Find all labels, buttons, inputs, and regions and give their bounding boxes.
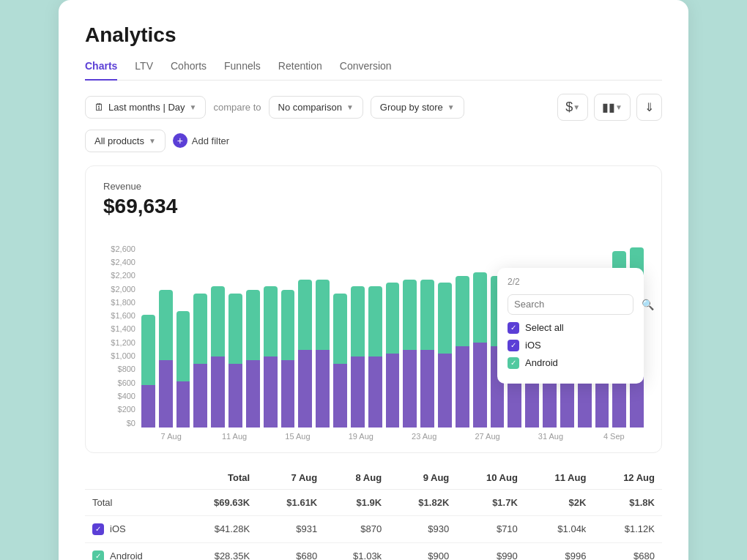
x-axis: 7 Aug11 Aug15 Aug19 Aug23 Aug27 Aug31 Au… — [103, 432, 644, 441]
table-cell: $680 — [593, 542, 662, 560]
dropdown-item-ios[interactable]: iOS — [508, 340, 633, 351]
y-axis-label: $0 — [103, 419, 141, 428]
dropdown-count: 2/2 — [508, 277, 633, 287]
y-axis-label: $200 — [103, 405, 141, 414]
group-by-button[interactable]: Group by store ▼ — [371, 96, 464, 119]
tab-conversion[interactable]: Conversion — [340, 60, 392, 81]
table-cell: $996 — [525, 542, 594, 560]
currency-icon-button[interactable]: $ ▼ — [557, 94, 588, 121]
comparison-value: No comparison — [278, 102, 342, 113]
products-dropdown[interactable]: All products ▼ — [85, 130, 166, 152]
bar-stack — [438, 283, 452, 427]
y-axis-label: $2,400 — [103, 258, 141, 266]
plus-icon: + — [173, 133, 187, 148]
table-column-header: 8 Aug — [324, 466, 389, 490]
bar-stack — [159, 290, 173, 428]
bar-ios — [438, 354, 452, 428]
table-cell: $870 — [324, 515, 389, 542]
bar-android — [228, 294, 242, 364]
table-cell: $990 — [456, 542, 525, 560]
products-label: All products — [94, 135, 144, 146]
add-filter-button[interactable]: + Add filter — [173, 133, 229, 148]
comparison-dropdown[interactable]: No comparison ▼ — [269, 96, 363, 119]
ios-label: iOS — [525, 340, 541, 351]
checkbox-ios[interactable] — [508, 340, 519, 351]
dropdown-item-android[interactable]: Android — [508, 357, 633, 369]
x-axis-label: 11 Aug — [204, 432, 264, 441]
bar-stack — [264, 286, 278, 427]
bar-android — [159, 290, 173, 360]
bar-group — [281, 244, 295, 428]
x-axis-label: 27 Aug — [458, 432, 517, 441]
metric-label: Revenue — [103, 181, 644, 192]
row-checkbox[interactable]: ✓ — [92, 523, 104, 535]
table-header-row: Total7 Aug8 Aug9 Aug10 Aug11 Aug12 Aug — [85, 466, 662, 490]
bar-android — [420, 280, 434, 350]
download-button[interactable]: ⇓ — [636, 94, 662, 121]
x-axis-label: 7 Aug — [141, 432, 201, 441]
select-all-label: Select all — [525, 322, 564, 333]
checkbox-android[interactable] — [508, 357, 519, 369]
compare-to-label: compare to — [213, 102, 261, 113]
bar-group — [159, 244, 173, 428]
bar-stack — [316, 280, 330, 428]
date-picker-button[interactable]: 🗓 Last months | Day ▼ — [85, 96, 206, 119]
chevron-down-icon: ▼ — [346, 103, 354, 111]
tab-bar: Charts LTV Cohorts Funnels Retention Con… — [85, 60, 662, 81]
table-cell: $28.35K — [182, 542, 257, 560]
bar-android — [473, 272, 487, 343]
table-cell: $1.82K — [389, 489, 456, 515]
bar-stack — [403, 280, 417, 428]
bar-stack — [246, 290, 260, 428]
table-column-header: Total — [182, 466, 257, 490]
bar-ios — [473, 343, 487, 427]
tab-cohorts[interactable]: Cohorts — [171, 60, 207, 81]
checkbox-select-all[interactable] — [508, 322, 519, 334]
y-axis-label: $1,400 — [103, 324, 141, 333]
filter-row: All products ▼ + Add filter — [85, 130, 662, 152]
android-label: Android — [525, 357, 558, 368]
dropdown-item-select-all[interactable]: Select all — [508, 322, 633, 334]
row-checkbox[interactable]: ✓ — [92, 550, 104, 561]
bar-stack — [473, 272, 487, 428]
search-input[interactable] — [514, 299, 637, 310]
bar-group — [473, 244, 487, 428]
toolbar: 🗓 Last months | Day ▼ compare to No comp… — [85, 94, 662, 121]
bar-group — [264, 244, 278, 428]
bar-ios — [176, 381, 190, 428]
page-title: Analytics — [85, 23, 662, 47]
bar-group — [438, 244, 452, 428]
table-cell: $680 — [257, 542, 324, 560]
table-column-header: 9 Aug — [389, 466, 456, 490]
chart-area: $0$200$400$600$800$1,000$1,200$1,400$1,6… — [103, 230, 644, 428]
bar-ios — [351, 356, 365, 427]
bar-stack — [141, 315, 155, 428]
bar-stack — [368, 286, 382, 427]
bar-ios — [403, 350, 417, 428]
search-box[interactable]: 🔍 — [508, 294, 633, 315]
table-row: Total$69.63K$1.61K$1.9K$1.82K$1.7K$2K$1.… — [85, 489, 662, 515]
x-axis-label: 19 Aug — [331, 432, 390, 441]
bar-group — [228, 244, 242, 428]
tab-retention[interactable]: Retention — [278, 60, 322, 81]
chart-type-button[interactable]: ▮▮ ▼ — [594, 94, 631, 121]
tab-funnels[interactable]: Funnels — [224, 60, 261, 81]
row-label: Total — [92, 497, 174, 508]
table-cell: $1.03k — [324, 542, 389, 560]
bar-android — [193, 294, 207, 364]
bar-android — [141, 315, 155, 385]
bar-group — [298, 244, 312, 428]
bar-android — [456, 276, 469, 346]
tab-charts[interactable]: Charts — [85, 60, 117, 81]
bar-ios — [386, 354, 400, 428]
bar-group — [386, 244, 400, 428]
table-row: ✓iOS$41.28K$931$870$930$710$1.04k$1.12K — [85, 515, 662, 542]
y-axis-label: $600 — [103, 378, 141, 387]
bar-ios — [456, 346, 469, 428]
bar-android — [403, 280, 417, 350]
bar-android — [368, 286, 382, 356]
table-cell: $2K — [525, 489, 594, 515]
tab-ltv[interactable]: LTV — [135, 60, 153, 81]
bar-group — [403, 244, 417, 428]
table-cell: $710 — [456, 515, 525, 542]
